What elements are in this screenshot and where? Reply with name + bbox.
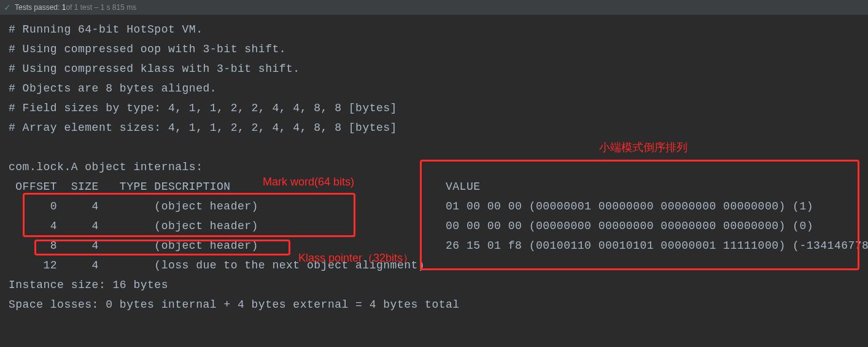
console-output[interactable]: # Running 64-bit HotSpot VM. # Using com… — [0, 15, 868, 319]
tests-passed-label: Tests passed: — [15, 3, 60, 12]
check-icon: ✓ — [4, 2, 11, 12]
tests-passed-rest: of 1 test – 1 s 815 ms — [66, 3, 136, 12]
tests-passed-count: 1 — [62, 3, 66, 12]
test-status-bar: ✓ Tests passed: 1 of 1 test – 1 s 815 ms — [0, 0, 868, 15]
